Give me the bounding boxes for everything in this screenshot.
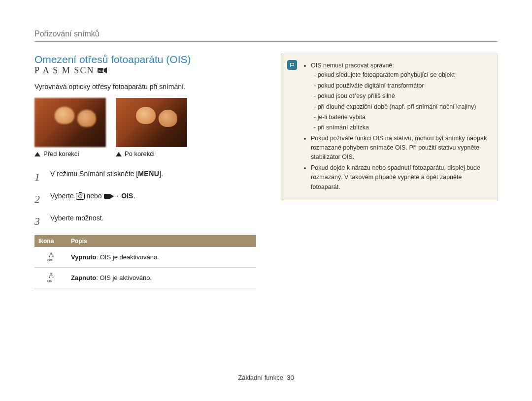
- footer-page: 30: [287, 374, 294, 381]
- content: Omezení otřesů fotoaparátu (OIS) P A S M…: [34, 54, 498, 374]
- table-header: Ikona Popis: [34, 235, 256, 247]
- header-icon: Ikona: [34, 235, 67, 247]
- ois-label: OIS: [121, 192, 133, 200]
- options-table: Ikona Popis OFF Vypnuto: OIS je deaktivo…: [34, 235, 256, 288]
- ois-off-desc: Vypnuto: OIS je deaktivováno.: [67, 247, 256, 268]
- triangle-icon: [116, 152, 122, 156]
- subtitle: Vyrovnává opticky otřesy fotoaparátu při…: [34, 82, 256, 92]
- svg-text:OFF: OFF: [47, 259, 53, 262]
- right-column: OIS nemusí pracovat správně: pokud sledu…: [281, 54, 498, 374]
- ois-off-icon: OFF: [45, 251, 56, 262]
- note-subitem: pokud používáte digitální transformátor: [314, 81, 488, 91]
- step-number: 2: [34, 190, 43, 208]
- mode-letters-text: P A S M SCN: [34, 65, 94, 75]
- menu-label: MENU: [138, 170, 159, 178]
- image-after-correction: [116, 98, 187, 147]
- note-item: Pokud dojde k nárazu nebo spadnutí fotoa…: [311, 163, 488, 192]
- section-title: Omezení otřesů fotoaparátu (OIS): [34, 54, 191, 65]
- note-item: Pokud požíváte funkci OIS na stativu, mo…: [311, 134, 488, 162]
- video-mode-icon: HD: [98, 66, 107, 76]
- note-subitem: při dlouhé expoziční době (např. při sní…: [314, 102, 488, 112]
- ois-off-icon-cell: OFF: [34, 247, 67, 268]
- ois-on-desc: Zapnuto: OIS je aktivováno.: [67, 267, 256, 288]
- step-2-text: Vyberte nebo → OIS.: [50, 190, 135, 201]
- step-1: 1 V režimu Snímání stiskněte [MENU].: [34, 168, 256, 185]
- table-row: OFF Vypnuto: OIS je deaktivováno.: [34, 247, 256, 268]
- caption-row: Před korekcí Po korekci: [34, 150, 256, 157]
- footer-label: Základní funkce: [238, 374, 283, 381]
- table-row: OIS Zapnuto: OIS je aktivováno.: [34, 267, 256, 288]
- note-subitem: pokud jsou otřesy příliš silné: [314, 92, 488, 101]
- step-number: 1: [34, 168, 43, 185]
- footer: Základní funkce 30: [34, 374, 498, 381]
- header-desc: Popis: [67, 235, 256, 247]
- comparison-images: [34, 98, 256, 147]
- note-icon: [287, 60, 297, 70]
- note-subitem: je-li baterie vybitá: [314, 113, 488, 122]
- caption-after-text: Po korekci: [125, 150, 155, 157]
- svg-text:OIS: OIS: [47, 279, 52, 282]
- left-column: Omezení otřesů fotoaparátu (OIS) P A S M…: [34, 54, 256, 374]
- mode-letters: P A S M SCN HD: [34, 65, 107, 76]
- note-subitem: při snímání zblízka: [314, 123, 488, 132]
- note-subitem: pokud sledujete fotoaparátem pohybující …: [314, 70, 488, 80]
- step-1-text: V režimu Snímání stiskněte [MENU].: [50, 168, 163, 179]
- image-before-correction: [34, 98, 106, 147]
- triangle-icon: [34, 152, 40, 156]
- ois-on-icon: OIS: [45, 272, 56, 282]
- ois-on-icon-cell: OIS: [34, 267, 67, 288]
- note-item: OIS nemusí pracovat správně: pokud sledu…: [311, 61, 488, 133]
- title-row: Omezení otřesů fotoaparátu (OIS) P A S M…: [34, 54, 256, 76]
- note-box: OIS nemusí pracovat správně: pokud sledu…: [281, 54, 498, 200]
- caption-before-text: Před korekcí: [43, 150, 79, 157]
- step-3: 3 Vyberte možnost.: [34, 213, 256, 230]
- svg-text:HD: HD: [99, 69, 105, 72]
- step-3-text: Vyberte možnost.: [50, 213, 103, 223]
- step-2: 2 Vyberte nebo → OIS.: [34, 190, 256, 208]
- step-number: 3: [34, 213, 43, 230]
- steps-list: 1 V režimu Snímání stiskněte [MENU]. 2 V…: [34, 168, 256, 230]
- breadcrumb: Pořizování snímků: [34, 30, 498, 42]
- caption-before: Před korekcí: [34, 150, 106, 157]
- video-icon: [104, 194, 111, 199]
- caption-after: Po korekci: [116, 150, 187, 157]
- camera-icon: [76, 193, 85, 200]
